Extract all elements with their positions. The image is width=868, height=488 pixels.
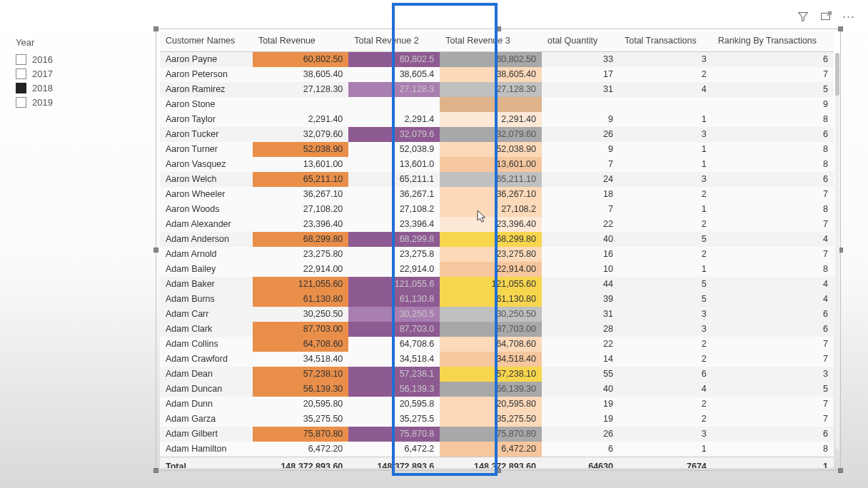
column-header[interactable]: Total Transactions (619, 31, 712, 52)
checkbox-icon[interactable] (16, 54, 26, 65)
resize-handle[interactable] (153, 468, 158, 473)
column-header[interactable]: Total Revenue 2 (348, 31, 440, 52)
more-options-icon[interactable]: ··· (842, 11, 855, 21)
slicer-year: Year 2016201720182019 (16, 37, 123, 109)
slicer-item-label: 2018 (32, 83, 53, 93)
matrix-visual[interactable]: Customer NamesTotal RevenueTotal Revenue… (156, 29, 841, 471)
checkbox-icon[interactable] (16, 83, 26, 93)
table-row[interactable]: Adam Burns61,130.8061,130.861,130.803954 (160, 292, 834, 307)
table-row[interactable]: Adam Gilbert75,870.8075,870.875,870.8026… (160, 427, 834, 442)
table-row[interactable]: Adam Carr30,250.5030,250.530,250.503136 (160, 307, 834, 322)
column-header[interactable]: Ranking By Transactions (712, 31, 834, 52)
table-row[interactable]: Aaron Turner52,038.9052,038.952,038.9091… (160, 142, 834, 157)
column-header[interactable]: Total Revenue (253, 31, 348, 52)
scrollbar-thumb[interactable] (835, 53, 839, 96)
table-row[interactable]: Aaron Ramirez27,128.3027,128.327,128.303… (160, 82, 834, 97)
table-row[interactable]: Adam Dean57,238.1057,238.157,238.105563 (160, 367, 834, 382)
table-total-row: Total148,372,893.60148,372,893.6148,372,… (160, 457, 834, 469)
resize-handle[interactable] (496, 26, 501, 31)
resize-handle[interactable] (496, 468, 501, 473)
slicer-item-2017[interactable]: 2017 (16, 66, 123, 81)
resize-handle[interactable] (838, 26, 843, 31)
column-header[interactable]: Total Revenue 3 (440, 31, 542, 52)
table-row[interactable]: Aaron Peterson38,605.4038,605.438,605.40… (160, 67, 834, 82)
table-row[interactable]: Adam Bailey22,914.0022,914.022,914.00101… (160, 262, 834, 277)
slicer-item-label: 2016 (32, 54, 53, 65)
slicer-item-2016[interactable]: 2016 (16, 52, 123, 66)
table-row[interactable]: Aaron Wheeler36,267.1036,267.136,267.101… (160, 187, 834, 202)
table-row[interactable]: Aaron Taylor2,291.402,291.42,291.40918 (160, 112, 834, 127)
matrix-table: Customer NamesTotal RevenueTotal Revenue… (160, 31, 834, 468)
table-row[interactable]: Adam Baker121,055.60121,055.6121,055.604… (160, 277, 834, 292)
table-row[interactable]: Adam Collins64,708.6064,708.664,708.6022… (160, 337, 834, 352)
resize-handle[interactable] (838, 468, 843, 473)
table-row[interactable]: Adam Hamilton6,472.206,472.26,472.20618 (160, 442, 834, 457)
slicer-item-2018[interactable]: 2018 (16, 81, 123, 95)
table-row[interactable]: Aaron Woods27,108.2027,108.227,108.2718 (160, 202, 834, 217)
table-row[interactable]: Adam Alexander23,396.4023,396.423,396.40… (160, 217, 834, 232)
table-row[interactable]: Adam Arnold23,275.8023,275.823,275.80162… (160, 247, 834, 262)
table-row[interactable]: Aaron Stone9 (160, 97, 834, 112)
slicer-title: Year (16, 37, 123, 48)
slicer-item-2019[interactable]: 2019 (16, 95, 123, 109)
focus-mode-icon[interactable] (819, 10, 832, 23)
table-row[interactable]: Adam Anderson68,299.8068,299.868,299.804… (160, 232, 834, 247)
resize-handle[interactable] (153, 26, 158, 31)
filter-icon[interactable] (797, 10, 809, 23)
slicer-item-label: 2019 (32, 97, 53, 108)
table-row[interactable]: Aaron Payne60,802.5060,802.560,802.50333… (160, 52, 834, 68)
resize-handle[interactable] (153, 248, 158, 253)
table-row[interactable]: Adam Clark87,703.0087,703.087,703.002836 (160, 322, 834, 337)
checkbox-icon[interactable] (16, 68, 26, 79)
table-row[interactable]: Adam Crawford34,518.4034,518.434,518.401… (160, 352, 834, 367)
table-row[interactable]: Adam Garza35,275.5035,275.535,275.501927 (160, 412, 834, 427)
slicer-item-label: 2017 (32, 68, 53, 79)
table-row[interactable]: Aaron Welch65,211.1065,211.165,211.10243… (160, 172, 834, 187)
table-row[interactable]: Adam Dunn20,595.8020,595.820,595.801927 (160, 397, 834, 412)
table-row[interactable]: Aaron Tucker32,079.6032,079.632,079.6026… (160, 127, 834, 142)
checkbox-icon[interactable] (16, 97, 26, 108)
vertical-scrollbar[interactable] (835, 53, 839, 449)
column-header[interactable]: Customer Names (160, 31, 253, 52)
column-header[interactable]: otal Quantity (542, 31, 619, 52)
table-row[interactable]: Aaron Vasquez13,601.0013,601.013,601.007… (160, 157, 834, 172)
visual-toolbar: ··· (797, 10, 855, 23)
table-row[interactable]: Adam Duncan56,139.3056,139.356,139.30404… (160, 382, 834, 397)
